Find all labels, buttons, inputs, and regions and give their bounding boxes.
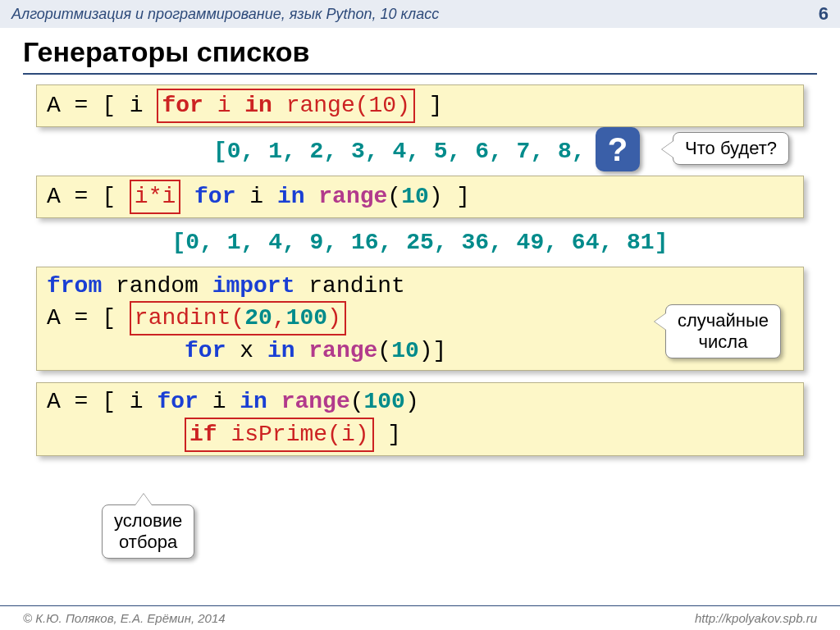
subject-line: Алгоритмизация и программирование, язык … xyxy=(11,6,439,23)
footer-bar: © К.Ю. Поляков, Е.А. Ерёмин, 2014 http:/… xyxy=(0,605,840,630)
page-title: Генераторы списков xyxy=(23,36,817,68)
output-2: [0, 1, 4, 9, 16, 25, 36, 49, 64, 81] xyxy=(36,230,804,255)
highlight-for-loop: for i in range(10) xyxy=(157,89,415,123)
title-divider xyxy=(23,73,817,75)
footer-url: http://kpolyakov.spb.ru xyxy=(695,611,817,625)
footer-copyright: © К.Ю. Поляков, Е.А. Ерёмин, 2014 xyxy=(23,611,226,625)
page-number: 6 xyxy=(819,3,829,25)
callout-filter: условие отбора xyxy=(102,504,194,559)
main-content: A = [ i for i in range(10) ] [0, 1, 2, 3… xyxy=(36,84,804,456)
header-bar: Алгоритмизация и программирование, язык … xyxy=(0,0,840,28)
highlight-expr: i*i xyxy=(130,180,180,214)
callout-question: Что будет? xyxy=(673,132,789,165)
question-icon: ? xyxy=(596,127,640,171)
code-block-2: A = [ i*i for i in range(10) ] xyxy=(36,176,804,218)
highlight-randint: randint(20,100) xyxy=(130,301,346,336)
highlight-condition: if isPrime(i) xyxy=(185,418,373,452)
code-block-4: A = [ i for i in range(100) if isPrime(i… xyxy=(36,382,804,456)
callout-random: случайные числа xyxy=(665,304,781,358)
code-block-1: A = [ i for i in range(10) ] xyxy=(36,84,804,127)
